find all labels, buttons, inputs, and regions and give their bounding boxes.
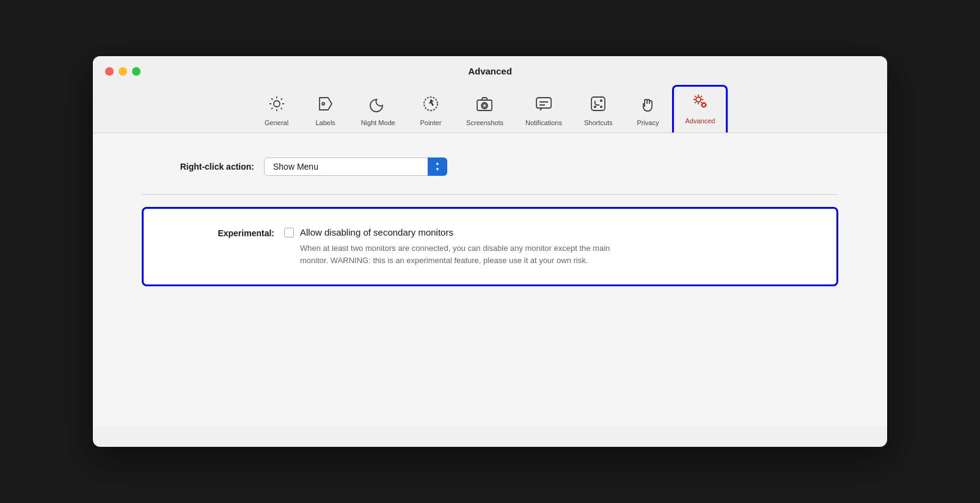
right-click-action-select[interactable]: Show Menu Show Annotations Do Nothing	[264, 157, 447, 176]
experimental-row: Experimental: Allow disabling of seconda…	[168, 227, 812, 266]
tab-privacy[interactable]: Privacy	[623, 90, 672, 132]
gear-icon	[268, 95, 286, 116]
titlebar: Advanced General	[93, 56, 887, 133]
tab-notifications-label: Notifications	[525, 119, 562, 126]
divider	[142, 194, 838, 195]
experimental-content: Allow disabling of secondary monitors Wh…	[284, 227, 638, 266]
svg-point-1	[322, 103, 324, 105]
svg-point-12	[601, 106, 602, 107]
svg-rect-6	[536, 98, 551, 108]
tab-labels[interactable]: Labels	[301, 90, 350, 132]
tab-screenshots-label: Screenshots	[466, 119, 503, 126]
tab-screenshots[interactable]: Screenshots	[455, 90, 514, 132]
tab-privacy-label: Privacy	[637, 119, 659, 126]
right-click-action-row: Right-click action: Show Menu Show Annot…	[142, 157, 838, 176]
tab-notifications[interactable]: Notifications	[514, 90, 573, 132]
tab-advanced-label: Advanced	[685, 117, 715, 125]
tab-pointer[interactable]: Pointer	[406, 90, 455, 132]
svg-point-14	[702, 103, 706, 107]
minimize-button[interactable]	[119, 67, 127, 76]
right-click-action-select-wrapper: Show Menu Show Annotations Do Nothing ▲ …	[264, 157, 447, 176]
tab-general-label: General	[265, 119, 288, 126]
tab-advanced[interactable]: Advanced	[672, 85, 728, 132]
experimental-label: Experimental:	[168, 227, 284, 238]
tab-shortcuts-label: Shortcuts	[584, 119, 612, 126]
camera-icon	[475, 95, 494, 116]
tab-pointer-label: Pointer	[420, 119, 441, 126]
tab-shortcuts[interactable]: Shortcuts	[573, 90, 623, 132]
svg-point-11	[601, 100, 602, 101]
pointer-icon	[422, 95, 440, 116]
experimental-description: When at least two monitors are connected…	[284, 242, 638, 266]
svg-rect-9	[591, 97, 605, 110]
hand-icon	[638, 95, 657, 116]
experimental-checkbox-label: Allow disabling of secondary monitors	[300, 227, 453, 237]
experimental-checkbox[interactable]	[284, 228, 294, 237]
right-click-action-label: Right-click action:	[142, 162, 264, 172]
toolbar: General Labels Night	[252, 85, 728, 132]
content-area: Right-click action: Show Menu Show Annot…	[93, 133, 887, 426]
shortcut-icon	[589, 95, 607, 116]
advanced-gears-icon	[690, 92, 710, 114]
checkbox-row: Allow disabling of secondary monitors	[284, 227, 638, 237]
tab-general[interactable]: General	[252, 90, 301, 132]
tab-night-mode[interactable]: Night Mode	[350, 90, 406, 132]
traffic-lights	[105, 67, 141, 76]
maximize-button[interactable]	[132, 67, 141, 76]
tab-night-mode-label: Night Mode	[361, 119, 395, 126]
svg-point-5	[483, 104, 486, 107]
window-title: Advanced	[468, 66, 512, 76]
app-window: Advanced General	[93, 56, 887, 447]
moon-icon	[369, 95, 387, 116]
tab-labels-label: Labels	[315, 119, 335, 126]
svg-point-0	[274, 101, 280, 107]
svg-point-13	[696, 97, 701, 102]
close-button[interactable]	[105, 67, 114, 76]
chat-icon	[535, 95, 553, 116]
experimental-box: Experimental: Allow disabling of seconda…	[142, 207, 838, 286]
svg-point-10	[594, 106, 596, 107]
label-icon	[316, 95, 335, 116]
